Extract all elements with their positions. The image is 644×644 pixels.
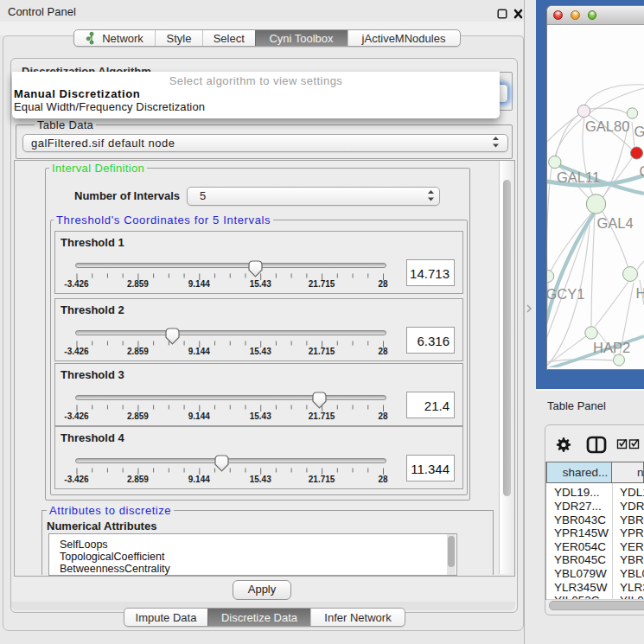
svg-text:GAL4: GAL4 bbox=[597, 215, 634, 231]
svg-text:GCY1: GCY1 bbox=[547, 286, 584, 302]
svg-text:GAL80: GAL80 bbox=[585, 118, 629, 134]
svg-text:C: C bbox=[640, 163, 644, 179]
svg-text:H: H bbox=[636, 285, 644, 301]
svg-text:HAP2: HAP2 bbox=[593, 340, 630, 355]
svg-text:GAL11: GAL11 bbox=[557, 169, 600, 185]
svg-text:GAL: GAL bbox=[634, 124, 644, 139]
